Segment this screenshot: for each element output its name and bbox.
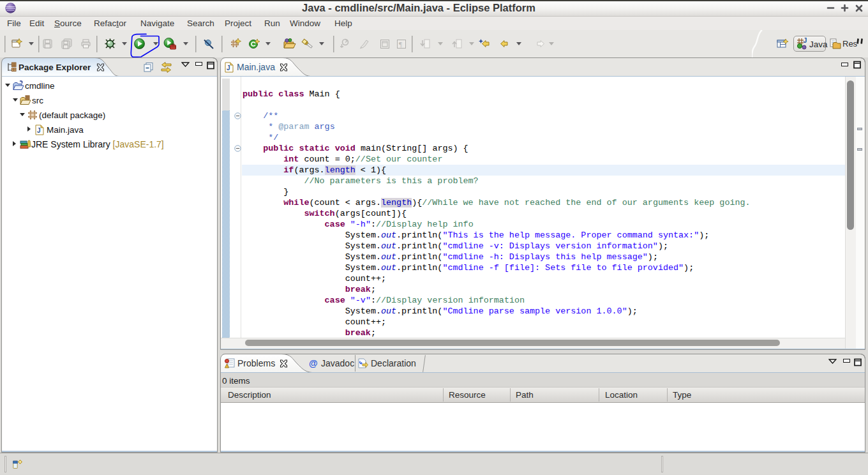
svg-text:J: J	[804, 37, 807, 44]
svg-text:¶: ¶	[399, 40, 402, 48]
